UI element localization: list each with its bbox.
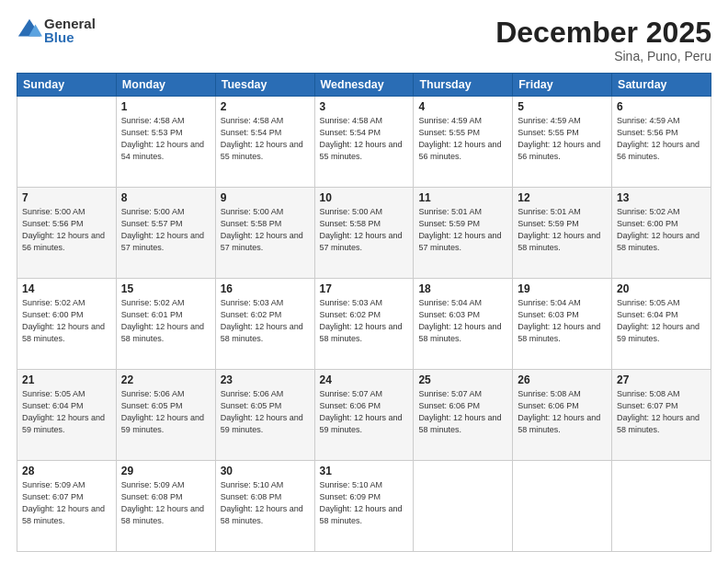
- calendar-cell: 10Sunrise: 5:00 AM Sunset: 5:58 PM Dayli…: [314, 188, 414, 279]
- calendar-row-4: 28Sunrise: 5:09 AM Sunset: 6:07 PM Dayli…: [17, 461, 711, 552]
- day-info: Sunrise: 5:06 AM Sunset: 6:05 PM Dayligh…: [221, 388, 310, 436]
- calendar-cell: 27Sunrise: 5:08 AM Sunset: 6:07 PM Dayli…: [612, 370, 711, 461]
- day-number: 9: [221, 191, 310, 204]
- calendar-cell: 21Sunrise: 5:05 AM Sunset: 6:04 PM Dayli…: [17, 370, 117, 461]
- col-saturday: Saturday: [612, 74, 711, 97]
- day-number: 21: [22, 373, 111, 386]
- calendar-row-1: 7Sunrise: 5:00 AM Sunset: 5:56 PM Daylig…: [17, 188, 711, 279]
- header-row: Sunday Monday Tuesday Wednesday Thursday…: [17, 74, 711, 97]
- logo-general: General: [44, 17, 96, 30]
- calendar-cell: 8Sunrise: 5:00 AM Sunset: 5:57 PM Daylig…: [116, 188, 215, 279]
- day-info: Sunrise: 5:04 AM Sunset: 6:03 PM Dayligh…: [418, 297, 507, 345]
- day-info: Sunrise: 5:06 AM Sunset: 6:05 PM Dayligh…: [121, 388, 210, 436]
- day-info: Sunrise: 5:04 AM Sunset: 6:03 PM Dayligh…: [518, 297, 607, 345]
- day-info: Sunrise: 4:59 AM Sunset: 5:55 PM Dayligh…: [418, 115, 507, 163]
- day-number: 17: [320, 282, 409, 295]
- calendar-row-2: 14Sunrise: 5:02 AM Sunset: 6:00 PM Dayli…: [17, 279, 711, 370]
- logo-text: General Blue: [44, 17, 96, 44]
- day-number: 3: [320, 100, 409, 113]
- calendar-cell: 15Sunrise: 5:02 AM Sunset: 6:01 PM Dayli…: [116, 279, 215, 370]
- calendar-cell: 12Sunrise: 5:01 AM Sunset: 5:59 PM Dayli…: [513, 188, 612, 279]
- day-info: Sunrise: 4:59 AM Sunset: 5:56 PM Dayligh…: [617, 115, 706, 163]
- day-number: 16: [221, 282, 310, 295]
- col-tuesday: Tuesday: [215, 74, 314, 97]
- calendar-cell: [612, 461, 711, 552]
- calendar-cell: 30Sunrise: 5:10 AM Sunset: 6:08 PM Dayli…: [215, 461, 314, 552]
- day-number: 29: [121, 465, 210, 477]
- day-info: Sunrise: 5:09 AM Sunset: 6:07 PM Dayligh…: [22, 479, 111, 527]
- day-info: Sunrise: 5:07 AM Sunset: 6:06 PM Dayligh…: [418, 388, 507, 436]
- day-info: Sunrise: 5:08 AM Sunset: 6:07 PM Dayligh…: [617, 388, 706, 436]
- calendar-header: Sunday Monday Tuesday Wednesday Thursday…: [17, 74, 711, 97]
- page: General Blue December 2025 Sina, Puno, P…: [0, 0, 728, 563]
- day-number: 27: [617, 373, 706, 386]
- day-info: Sunrise: 5:05 AM Sunset: 6:04 PM Dayligh…: [617, 297, 706, 345]
- calendar-row-3: 21Sunrise: 5:05 AM Sunset: 6:04 PM Dayli…: [17, 370, 711, 461]
- day-number: 24: [320, 373, 409, 386]
- col-friday: Friday: [513, 74, 612, 97]
- day-number: 1: [121, 100, 210, 113]
- day-info: Sunrise: 5:10 AM Sunset: 6:08 PM Dayligh…: [221, 479, 310, 527]
- logo: General Blue: [17, 17, 96, 44]
- day-info: Sunrise: 5:10 AM Sunset: 6:09 PM Dayligh…: [320, 479, 409, 527]
- day-number: 15: [121, 282, 210, 295]
- day-number: 23: [221, 373, 310, 386]
- day-number: 2: [221, 100, 310, 113]
- day-number: 5: [518, 100, 607, 113]
- day-number: 7: [22, 191, 111, 204]
- day-info: Sunrise: 5:03 AM Sunset: 6:02 PM Dayligh…: [320, 297, 409, 345]
- day-info: Sunrise: 5:00 AM Sunset: 5:56 PM Dayligh…: [22, 206, 111, 254]
- day-number: 6: [617, 100, 706, 113]
- day-number: 11: [418, 191, 507, 204]
- day-number: 25: [418, 373, 507, 386]
- day-number: 31: [320, 465, 409, 477]
- calendar-cell: 23Sunrise: 5:06 AM Sunset: 6:05 PM Dayli…: [215, 370, 314, 461]
- day-info: Sunrise: 5:08 AM Sunset: 6:06 PM Dayligh…: [518, 388, 607, 436]
- calendar-cell: 25Sunrise: 5:07 AM Sunset: 6:06 PM Dayli…: [414, 370, 513, 461]
- day-info: Sunrise: 5:02 AM Sunset: 6:00 PM Dayligh…: [617, 206, 706, 254]
- calendar-cell: 9Sunrise: 5:00 AM Sunset: 5:58 PM Daylig…: [215, 188, 314, 279]
- calendar-cell: 20Sunrise: 5:05 AM Sunset: 6:04 PM Dayli…: [612, 279, 711, 370]
- calendar-cell: 11Sunrise: 5:01 AM Sunset: 5:59 PM Dayli…: [414, 188, 513, 279]
- day-number: 26: [518, 373, 607, 386]
- day-info: Sunrise: 5:00 AM Sunset: 5:58 PM Dayligh…: [320, 206, 409, 254]
- calendar-cell: 5Sunrise: 4:59 AM Sunset: 5:55 PM Daylig…: [513, 97, 612, 188]
- calendar-cell: 24Sunrise: 5:07 AM Sunset: 6:06 PM Dayli…: [314, 370, 414, 461]
- day-number: 19: [518, 282, 607, 295]
- day-number: 13: [617, 191, 706, 204]
- day-info: Sunrise: 5:03 AM Sunset: 6:02 PM Dayligh…: [221, 297, 310, 345]
- day-number: 20: [617, 282, 706, 295]
- col-monday: Monday: [116, 74, 215, 97]
- col-sunday: Sunday: [17, 74, 117, 97]
- calendar-table: Sunday Monday Tuesday Wednesday Thursday…: [17, 73, 711, 552]
- calendar-cell: 6Sunrise: 4:59 AM Sunset: 5:56 PM Daylig…: [612, 97, 711, 188]
- calendar-cell: 14Sunrise: 5:02 AM Sunset: 6:00 PM Dayli…: [17, 279, 117, 370]
- calendar-cell: 3Sunrise: 4:58 AM Sunset: 5:54 PM Daylig…: [314, 97, 414, 188]
- calendar-cell: 7Sunrise: 5:00 AM Sunset: 5:56 PM Daylig…: [17, 188, 117, 279]
- logo-blue: Blue: [44, 30, 96, 44]
- day-info: Sunrise: 5:00 AM Sunset: 5:58 PM Dayligh…: [221, 206, 310, 254]
- col-thursday: Thursday: [414, 74, 513, 97]
- day-info: Sunrise: 4:58 AM Sunset: 5:54 PM Dayligh…: [221, 115, 310, 163]
- month-title: December 2025: [495, 17, 711, 49]
- day-number: 10: [320, 191, 409, 204]
- header: General Blue December 2025 Sina, Puno, P…: [17, 17, 711, 63]
- calendar-cell: 31Sunrise: 5:10 AM Sunset: 6:09 PM Dayli…: [314, 461, 414, 552]
- day-info: Sunrise: 5:01 AM Sunset: 5:59 PM Dayligh…: [418, 206, 507, 254]
- day-info: Sunrise: 5:00 AM Sunset: 5:57 PM Dayligh…: [121, 206, 210, 254]
- day-number: 18: [418, 282, 507, 295]
- calendar-cell: 4Sunrise: 4:59 AM Sunset: 5:55 PM Daylig…: [414, 97, 513, 188]
- day-info: Sunrise: 4:58 AM Sunset: 5:53 PM Dayligh…: [121, 115, 210, 163]
- calendar-body: 1Sunrise: 4:58 AM Sunset: 5:53 PM Daylig…: [17, 97, 711, 552]
- calendar-cell: 22Sunrise: 5:06 AM Sunset: 6:05 PM Dayli…: [116, 370, 215, 461]
- calendar-cell: 2Sunrise: 4:58 AM Sunset: 5:54 PM Daylig…: [215, 97, 314, 188]
- location: Sina, Puno, Peru: [495, 49, 711, 63]
- calendar-cell: [513, 461, 612, 552]
- calendar-cell: 29Sunrise: 5:09 AM Sunset: 6:08 PM Dayli…: [116, 461, 215, 552]
- day-info: Sunrise: 4:59 AM Sunset: 5:55 PM Dayligh…: [518, 115, 607, 163]
- day-number: 28: [22, 465, 111, 477]
- calendar-row-0: 1Sunrise: 4:58 AM Sunset: 5:53 PM Daylig…: [17, 97, 711, 188]
- calendar-cell: 19Sunrise: 5:04 AM Sunset: 6:03 PM Dayli…: [513, 279, 612, 370]
- calendar-cell: [17, 97, 117, 188]
- day-number: 4: [418, 100, 507, 113]
